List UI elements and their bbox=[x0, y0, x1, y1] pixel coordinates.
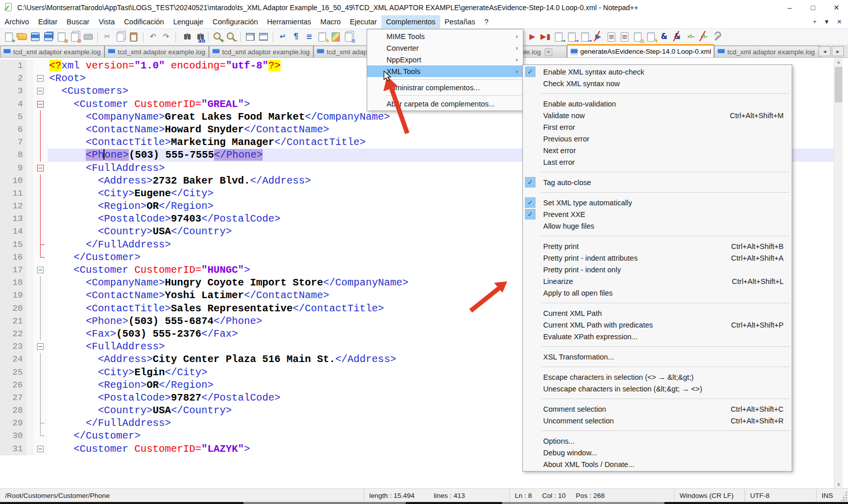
find-icon[interactable] bbox=[180, 31, 191, 43]
xml-tools-item-check-xml-syntax-now[interactable]: Check XML syntax now bbox=[523, 78, 792, 89]
ampersand-disabled-icon[interactable]: &╱ bbox=[672, 31, 683, 43]
statusbar-encoding[interactable]: UTF-8 bbox=[745, 489, 816, 502]
fold-margin[interactable] bbox=[33, 85, 48, 97]
doc-map-icon[interactable] bbox=[330, 31, 341, 43]
import-purple-icon[interactable]: → bbox=[566, 31, 578, 43]
menu-item-vista[interactable]: Vista bbox=[94, 15, 119, 28]
scroll-up-icon[interactable]: ∧ bbox=[834, 58, 843, 66]
xml-tools-item-tag-auto-close[interactable]: ✓Tag auto-close bbox=[523, 176, 792, 188]
xml-tools-item-allow-huge-files[interactable]: Allow huge files bbox=[523, 220, 792, 232]
tab-active-document[interactable]: generateAsEvidence-Step-14.0 Loop-0.xml✕ bbox=[567, 44, 714, 57]
xml-tools-item-unescape-characters-in-selection-lt-gt-[interactable]: Unescape characters in selection (&lt;&g… bbox=[523, 383, 792, 394]
doc-search-icon[interactable]: ◎ bbox=[632, 31, 644, 43]
xml-tools-item-set-xml-type-automatically[interactable]: ✓Set XML type automatically bbox=[523, 197, 792, 208]
fold-margin[interactable] bbox=[33, 238, 48, 251]
comment-disabled-icon[interactable]: <!--╱ bbox=[698, 31, 710, 43]
tab-document[interactable]: tcd_xml adaptor example.log✕ bbox=[104, 46, 209, 57]
statusbar-insert-mode[interactable]: INS bbox=[816, 489, 840, 502]
fold-margin[interactable] bbox=[33, 72, 48, 85]
xml-tools-item-enable-xml-syntax-auto-check[interactable]: ✓Enable XML syntax auto-check bbox=[523, 66, 792, 78]
menu-item-pestaas[interactable]: Pestañas bbox=[440, 15, 480, 28]
fold-margin[interactable] bbox=[33, 391, 48, 404]
plugins-menu-item-xml-tools[interactable]: XML Tools› bbox=[367, 65, 523, 77]
fold-margin[interactable] bbox=[33, 174, 48, 187]
fold-toggle-icon[interactable] bbox=[37, 88, 44, 94]
vertical-scrollbar[interactable]: ∧ ∨ bbox=[834, 58, 842, 488]
fold-toggle-icon[interactable] bbox=[37, 75, 44, 82]
fold-margin[interactable] bbox=[33, 302, 48, 315]
menu-item-herramientas[interactable]: Herramientas bbox=[263, 15, 316, 28]
menu-item-editar[interactable]: Editar bbox=[33, 15, 62, 28]
xml-tools-item-current-xml-path-with-predicates[interactable]: Current XML Path with predicatesCtrl+Alt… bbox=[523, 319, 792, 331]
xml-tools-item-previous-error[interactable]: Previous error bbox=[523, 133, 792, 145]
show-all-chars-icon[interactable]: ¶ bbox=[290, 31, 302, 43]
xml-tools-item-escape-characters-in-selection-lt-gt-[interactable]: Escape characters in selection (<> → &lt… bbox=[523, 371, 792, 383]
menu-item-lenguaje[interactable]: Lenguaje bbox=[168, 15, 208, 28]
statusbar-eol[interactable]: Windows (CR LF) bbox=[674, 489, 745, 502]
fold-toggle-icon[interactable] bbox=[37, 165, 44, 171]
menu-item-macro[interactable]: Macro bbox=[316, 15, 345, 28]
cut-icon[interactable]: ✂ bbox=[101, 31, 113, 43]
fold-margin[interactable] bbox=[33, 123, 48, 136]
ampersand-icon[interactable]: & bbox=[658, 31, 670, 43]
xml-tools-item-next-error[interactable]: Next error bbox=[523, 145, 792, 156]
fold-margin[interactable] bbox=[33, 200, 48, 212]
menu-item-complementos[interactable]: Complementos bbox=[381, 15, 440, 28]
fold-margin[interactable] bbox=[33, 353, 48, 366]
menu-item-buscar[interactable]: Buscar bbox=[62, 15, 94, 28]
fold-margin[interactable] bbox=[33, 162, 48, 174]
sync-vertical-icon[interactable] bbox=[244, 31, 256, 43]
zoom-in-icon[interactable]: + bbox=[212, 31, 224, 43]
import-blue-icon[interactable]: → bbox=[579, 31, 591, 43]
menu-item-ejecutar[interactable]: Ejecutar bbox=[345, 15, 381, 28]
xml-tools-item-pretty-print-indent-only[interactable]: Pretty print - indent only bbox=[523, 264, 792, 275]
save-icon[interactable] bbox=[29, 31, 41, 43]
tab-document[interactable]: tcd_xml adaptor example.log✕ bbox=[0, 46, 104, 57]
xml-tools-item-validate-now[interactable]: Validate nowCtrl+Alt+Shift+M bbox=[523, 110, 792, 121]
plugins-menu-item-abrir-carpeta-de-complementos-[interactable]: Abrir carpeta de complementos... bbox=[367, 98, 523, 110]
fold-margin[interactable] bbox=[33, 59, 48, 72]
doc-lightning-icon[interactable]: ϟ bbox=[645, 31, 657, 43]
plugins-menu-item-mime-tools[interactable]: MIME Tools› bbox=[367, 30, 523, 42]
fold-margin[interactable] bbox=[33, 111, 48, 123]
fold-margin[interactable] bbox=[33, 264, 48, 276]
run-icon[interactable]: ▶ bbox=[526, 31, 538, 43]
xml-tools-item-xsl-transformation-[interactable]: XSL Transformation... bbox=[523, 351, 792, 363]
fold-margin[interactable] bbox=[33, 315, 48, 328]
fold-margin[interactable] bbox=[33, 404, 48, 417]
fold-margin[interactable] bbox=[33, 429, 48, 442]
paste-icon[interactable] bbox=[128, 31, 139, 43]
import-green-icon[interactable]: → bbox=[553, 31, 564, 43]
open-file-icon[interactable] bbox=[16, 31, 28, 43]
run-to-end-icon[interactable]: ▶▮ bbox=[540, 31, 551, 43]
fold-toggle-icon[interactable] bbox=[37, 267, 44, 273]
fold-margin[interactable] bbox=[33, 187, 48, 200]
tab-scroll-left-button[interactable]: ◂ bbox=[819, 46, 831, 56]
scrollbar-thumb[interactable] bbox=[835, 67, 842, 102]
fold-margin[interactable] bbox=[33, 340, 48, 353]
plugins-menu-item-administrar-complementos-[interactable]: Administrar complementos... bbox=[367, 82, 523, 93]
xml-tools-item-linearize[interactable]: LinearizeCtrl+Alt+Shift+L bbox=[523, 275, 792, 287]
close-button[interactable]: ✕ bbox=[825, 0, 848, 15]
minimize-button[interactable]: – bbox=[778, 0, 801, 15]
xml-tools-item-current-xml-path[interactable]: Current XML Path bbox=[523, 307, 792, 319]
tab-document[interactable]: tcd_xml adaptor example.log✕ bbox=[714, 46, 821, 57]
scroll-down-icon[interactable]: ∨ bbox=[834, 480, 843, 488]
fold-margin[interactable] bbox=[33, 417, 48, 429]
plugins-menu-item-converter[interactable]: Converter› bbox=[367, 42, 523, 54]
plugin-tools-icon[interactable] bbox=[711, 31, 723, 43]
save-all-icon[interactable] bbox=[43, 31, 54, 43]
xml-tools-item-last-error[interactable]: Last error bbox=[523, 156, 792, 168]
zoom-out-icon[interactable]: − bbox=[225, 31, 237, 43]
xml-tools-item-comment-selection[interactable]: Comment selectionCtrl+Alt+Shift+C bbox=[523, 403, 792, 415]
xml-tools-item-enable-auto-validation[interactable]: Enable auto-validation bbox=[523, 98, 792, 110]
new-file-icon[interactable]: + bbox=[3, 31, 15, 43]
tab-document[interactable]: tcd_xml adaptor example.log✕ bbox=[209, 46, 313, 57]
fold-margin[interactable] bbox=[33, 136, 48, 149]
new-tab-button[interactable]: + bbox=[813, 18, 817, 25]
undo-icon[interactable]: ↶ bbox=[147, 31, 159, 43]
close-all-docs-icon[interactable]: ⊘ bbox=[69, 31, 81, 43]
fold-toggle-icon[interactable] bbox=[37, 101, 44, 107]
tab-scroll-right-button[interactable]: ▸ bbox=[832, 46, 844, 56]
word-wrap-icon[interactable]: ↵ bbox=[277, 31, 289, 43]
